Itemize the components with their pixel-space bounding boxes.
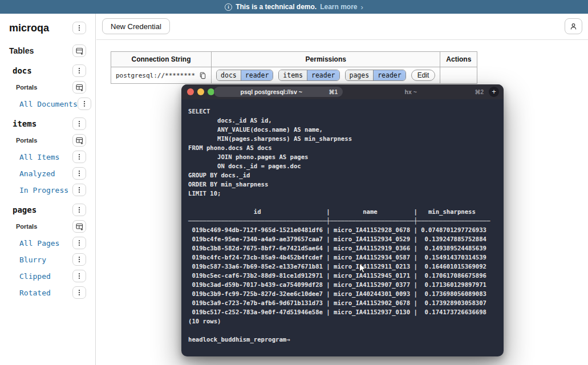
chip-role: reader (373, 70, 405, 80)
credentials-table: Connection String Permissions Actions po… (111, 51, 477, 84)
tab-hx-shortcut: ⌘2 (475, 89, 484, 95)
info-icon: i (225, 3, 232, 11)
kebab-icon (75, 186, 83, 194)
tab-hx[interactable]: hx ~ ⌘2 (347, 87, 484, 97)
portals-label: Portals (16, 223, 37, 230)
chip-table-name: pages (346, 70, 374, 80)
tables-section-header: Tables (0, 44, 95, 57)
portal-add-icon (75, 136, 84, 145)
portals-header: Portals (0, 134, 95, 147)
table-menu-button[interactable] (72, 204, 86, 216)
banner-text: This is a technical demo. (236, 3, 317, 11)
sidebar-portal-clipped: Clipped (0, 270, 95, 282)
portal-menu-button[interactable] (72, 151, 86, 163)
chip-table-name: docs (217, 70, 241, 80)
kebab-icon (75, 256, 83, 263)
copy-icon[interactable] (199, 72, 206, 79)
terminal-output[interactable]: SELECT docs._id AS id, ANY_VALUE(docs.na… (181, 99, 504, 351)
portals-label: Portals (16, 84, 37, 91)
table-menu-button[interactable] (72, 64, 86, 77)
kebab-icon (75, 239, 83, 247)
demo-banner: i This is a technical demo. Learn more › (0, 0, 588, 14)
header-permissions: Permissions (212, 52, 440, 67)
add-portal-button[interactable] (72, 134, 86, 147)
portal-add-icon (75, 83, 84, 92)
credentials-header-row: Connection String Permissions Actions (111, 52, 477, 67)
sidebar-portal-all-documents: All Documents (0, 98, 95, 110)
add-table-button[interactable] (72, 44, 86, 57)
minimize-window-button[interactable] (197, 88, 204, 95)
header-connection-string: Connection String (111, 52, 212, 67)
chip-table-name: items (279, 70, 307, 80)
sidebar-portal-rotated: Rotated (0, 286, 95, 299)
connection-string-value: postgresql://******** (116, 72, 195, 79)
permission-chips: docsreaderitemsreaderpagesreader (216, 70, 406, 81)
sidebar-table-docs: docs (0, 64, 95, 77)
sidebar-portal-all-items: All Items (0, 151, 95, 163)
app-menu-button[interactable] (72, 22, 86, 34)
portal-menu-button[interactable] (72, 253, 86, 266)
chip-role: reader (241, 70, 273, 80)
account-button[interactable] (565, 18, 582, 34)
portals-label: Portals (16, 137, 37, 144)
header-actions: Actions (440, 52, 477, 67)
kebab-icon (75, 67, 83, 75)
portal-link[interactable]: Blurry (19, 256, 46, 264)
person-icon (569, 22, 578, 31)
table-menu-button[interactable] (72, 117, 86, 130)
sidebar-table-items: items (0, 117, 95, 130)
new-tab-button[interactable]: + (489, 87, 499, 97)
tab-psql-title: psql postgresql://sv ~ (214, 88, 329, 95)
portal-menu-button[interactable] (72, 167, 86, 180)
sidebar-tables-list: docs Portals All Documents items Portals… (0, 64, 95, 299)
learn-more-link[interactable]: Learn more (320, 3, 357, 11)
kebab-icon (75, 289, 83, 297)
portal-link[interactable]: Rotated (19, 289, 51, 297)
portals-header: Portals (0, 81, 95, 94)
sidebar-table-pages: pages (0, 204, 95, 216)
add-portal-button[interactable] (72, 220, 86, 233)
kebab-icon (75, 169, 83, 177)
chevron-right-icon: › (361, 3, 363, 11)
sidebar-portal-blurry: Blurry (0, 253, 95, 266)
kebab-icon (75, 120, 83, 128)
add-portal-button[interactable] (72, 81, 86, 94)
portal-menu-button[interactable] (72, 286, 86, 299)
portal-menu-button[interactable] (72, 270, 86, 282)
table-add-icon (75, 47, 84, 55)
credential-row: postgresql://******** docsreaderitemsrea… (111, 67, 477, 84)
permission-chip-items: itemsreader (278, 70, 339, 81)
kebab-icon (75, 153, 83, 161)
table-name: docs (13, 66, 32, 75)
kebab-icon (75, 24, 83, 32)
portal-link[interactable]: All Items (19, 153, 59, 161)
permission-chip-pages: pagesreader (345, 70, 406, 81)
table-name: pages (13, 205, 37, 214)
portal-link[interactable]: In Progress (19, 186, 68, 194)
app-title: microqa (9, 22, 49, 34)
sidebar: microqa Tables docs Portals All Document… (0, 14, 96, 365)
terminal-tabbar: psql postgresql://sv ~ ⌘1 hx ~ ⌘2 + (181, 84, 504, 99)
tab-psql[interactable]: psql postgresql://sv ~ ⌘1 (214, 87, 343, 97)
portal-link[interactable]: All Documents (19, 100, 78, 108)
portal-link[interactable]: Clipped (19, 272, 51, 281)
new-credential-button[interactable]: New Credential (102, 18, 170, 34)
sidebar-portal-all-pages: All Pages (0, 237, 95, 249)
sidebar-portal-analyzed: Analyzed (0, 167, 95, 180)
permission-chip-docs: docsreader (216, 70, 273, 81)
table-name: items (13, 119, 37, 128)
edit-permissions-button[interactable]: Edit (411, 70, 436, 81)
portal-link[interactable]: All Pages (19, 239, 59, 248)
mouse-cursor (359, 263, 367, 274)
portal-menu-button[interactable] (72, 184, 86, 196)
kebab-icon (75, 272, 83, 280)
portal-menu-button[interactable] (72, 237, 86, 249)
portal-add-icon (75, 222, 84, 231)
portal-menu-button[interactable] (78, 98, 91, 110)
close-window-button[interactable] (187, 88, 194, 95)
kebab-icon (75, 206, 83, 214)
sidebar-portal-in-progress: In Progress (0, 184, 95, 196)
portal-link[interactable]: Analyzed (19, 169, 55, 178)
actions-cell (440, 67, 477, 84)
chip-role: reader (307, 70, 339, 80)
